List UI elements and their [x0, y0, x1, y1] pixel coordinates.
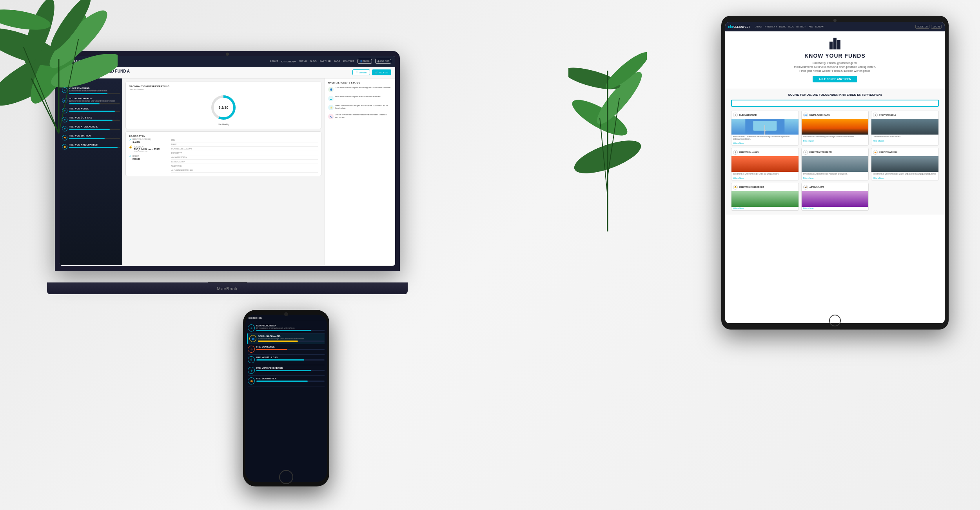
c-kohle-desc: Unternehmen die die Kohle fördern. [871, 135, 938, 139]
criteria-waffen-header: 🔫 FREI VON WAFFEN [871, 148, 938, 156]
c-atom-icon: ☢ [803, 150, 808, 155]
c-kinder-more[interactable]: Mehr erfahren [731, 207, 799, 210]
tablet-navbar: CLEANVEST ABOUT KRITERIEN ▾ SUCHE BLOG P… [725, 22, 945, 31]
t-logo-bar-1 [728, 26, 730, 28]
t-nav-partner[interactable]: PARTNER [796, 26, 805, 28]
t-btn-register[interactable]: REGISTER [915, 25, 929, 29]
c-atom-desc: Investments in Unternehmen die Atomstrom… [802, 172, 869, 177]
volumen-note: Stand 2018-12-31 [134, 151, 160, 153]
p-klimaschonend-progress [256, 330, 311, 331]
p-atom-info: FREI VON ATOMENERGIE [256, 367, 325, 371]
status-icon-3: ⚡ [328, 105, 334, 110]
criteria-klimaschonend-header: ❄ KLIMASCHONEND [731, 111, 799, 119]
criteria-sozial-header: 👥 SOZIAL NACHHALTIG [802, 111, 869, 119]
ertragstyp-key: ERTRAGSTYP [171, 160, 203, 163]
tablet-cta-button[interactable]: ALLE FONDS ANZEIGEN [813, 76, 858, 82]
p-kohle-info: FREI VON KOHLE [256, 346, 325, 350]
tablet-logo: CLEANVEST [728, 25, 750, 28]
kinderarbeit-icon: 👶 [62, 144, 67, 149]
status-text-1: 23% des Fondsvermögens in Bildung und Ge… [335, 86, 390, 89]
tablet-device: CLEANVEST ABOUT KRITERIEN ▾ SUCHE BLOG P… [721, 16, 949, 330]
nav-faqs[interactable]: FAQS [334, 60, 340, 62]
c-waffen-icon: 🔫 [873, 150, 878, 155]
p-atom-progress [256, 370, 311, 371]
tablet-hero-logo [733, 38, 937, 49]
table-row-ausgabeaufschlag: AUSGABEAUFSCHLAG [171, 168, 318, 173]
c-kohle-icon: ⚙ [873, 113, 878, 117]
nav-suche[interactable]: SUCHE [299, 60, 307, 62]
nav-kontakt[interactable]: KONTAKT [343, 60, 354, 62]
tablet-hero-subtitle: Nachhaltig, ethisch, gewinnbringend!Mit … [788, 61, 882, 73]
t-nav-kriterien[interactable]: KRITERIEN ▾ [765, 26, 777, 28]
c-oel-icon: 🛢 [733, 150, 738, 155]
c-kohle-more[interactable]: Mehr erfahren [871, 139, 938, 143]
c-klimaschonend-more[interactable]: Mehr erfahren [731, 142, 799, 145]
tablet-nav-btns: REGISTER LOG IN [915, 25, 942, 29]
hero-bar-3 [837, 40, 840, 49]
risiko-value: mittel [132, 157, 140, 160]
t-nav-kontakt[interactable]: KONTAKT [815, 26, 824, 28]
p-klimaschonend-desc: 23 Investments in klimaschonende Unterne… [256, 327, 325, 329]
status-item-3: ⚡ Anteil erneuerbarer Energien im Fonds … [328, 104, 392, 110]
c-sozial-more[interactable]: Mehr erfahren [802, 139, 869, 143]
oel-img [731, 156, 799, 172]
ausgabeaufschlag-key: AUSGABEAUFSCHLAG [171, 169, 203, 171]
profil-button[interactable]: 👤 PROFIL [358, 59, 372, 64]
p-kohle-icon: ⚙ [248, 346, 255, 353]
basisdaten-section: BASISDATEN ↗ RENDITE (3 JAHRE) 1,73% [125, 131, 321, 176]
phone-app: KRITERIEN ❄ KLIMASCHONEND 23 Investments… [245, 315, 327, 482]
kaufen-button[interactable]: 🛒 KAUFEN [372, 69, 391, 75]
bewertung-subtitle: über alle Themen [129, 88, 318, 91]
c-oel-more[interactable]: Mehr erfahren [731, 177, 799, 180]
nav-kriterien[interactable]: KRITERIEN ▾ [281, 60, 296, 63]
status-item-2: ☁ 68% des Fondsvermögens klimaschonend i… [328, 95, 392, 101]
phone-krit-kohle: ⚙ FREI VON KOHLE [248, 344, 325, 355]
merken-button[interactable]: ♡ Merken [352, 69, 370, 75]
p-waffen-info: FREI VON WAFFEN [256, 377, 325, 382]
p-sozial-icon: 👥 [249, 335, 256, 342]
t-nav-suche[interactable]: SUCHE [779, 26, 786, 28]
p-oel-progress [256, 359, 304, 361]
p-atom-icon: ☢ [248, 367, 255, 374]
tablet-camera [833, 19, 837, 22]
c-atom-title: FREI VON ATOMSTROM [809, 151, 832, 153]
p-sozial-progress [258, 341, 298, 342]
criteria-atom-header: ☢ FREI VON ATOMSTROM [802, 148, 869, 156]
c-waffen-more[interactable]: Mehr erfahren [871, 177, 938, 180]
nav-blog[interactable]: BLOG [310, 60, 317, 62]
p-oel-progress-bg [256, 359, 325, 361]
nav-about[interactable]: ABOUT [270, 60, 278, 62]
c-klimaschonend-icon: ❄ [733, 113, 738, 117]
p-klimaschonend-icon: ❄ [248, 324, 255, 332]
tablet-home-button[interactable] [829, 315, 841, 326]
phone-krit-oel: 🛢 FREI VON ÖL & GAS [248, 355, 325, 365]
criteria-card-sozial: 👥 SOZIAL NACHHALTIG Investments zur Entw… [801, 111, 869, 146]
logout-button[interactable]: ⏻ LOG OUT [375, 59, 391, 64]
volumen-icon: 💰 [129, 146, 132, 149]
c-artenschutz-more[interactable]: Mehr erfahren [802, 207, 869, 210]
t-nav-about[interactable]: ABOUT [755, 26, 762, 28]
phone-content: ❄ KLIMASCHONEND 23 Investments in klimas… [245, 321, 327, 388]
tablet-search-bar[interactable] [731, 100, 939, 107]
c-kohle-title: FREI VON KOHLE [879, 114, 896, 116]
rendite-value: 1,73% [132, 140, 151, 143]
c-sozial-title: SOZIAL NACHHALTIG [809, 114, 830, 116]
t-btn-login[interactable]: LOG IN [931, 25, 942, 29]
status-panel: NACHHALTIGKEITS-STATUS 👤 23% des Fondsve… [325, 78, 395, 265]
tablet-outer: CLEANVEST ABOUT KRITERIEN ▾ SUCHE BLOG P… [721, 16, 949, 330]
phone-krit-atom: ☢ FREI VON ATOMENERGIE [248, 365, 325, 376]
tablet-app: CLEANVEST ABOUT KRITERIEN ▾ SUCHE BLOG P… [725, 22, 945, 323]
laptop-camera [226, 53, 229, 56]
table-row-waehrung: WÄHRUNG [171, 164, 318, 168]
criteria-card-waffen: 🔫 FREI VON WAFFEN Investments in Unterne… [871, 148, 939, 180]
t-nav-blog[interactable]: BLOG [788, 26, 794, 28]
status-item-4: 🐾 3% der Investments sind in Vorfälle mi… [328, 113, 392, 119]
criteria-grid: ❄ KLIMASCHONEND Klimaschonend - Investme… [731, 111, 939, 211]
phone-home-button[interactable] [279, 470, 293, 484]
status-title: NACHHALTIGKEITS-STATUS [328, 82, 392, 84]
c-atom-more[interactable]: Mehr erfahren [802, 177, 869, 180]
t-nav-faqs[interactable]: FAQS [808, 26, 813, 28]
nav-partner[interactable]: PARTNER [320, 60, 331, 62]
table-row-isin: ISIN [171, 138, 318, 142]
center-panel: NACHHALTIGKEITSBEWERTUNG über alle Theme… [122, 78, 325, 265]
